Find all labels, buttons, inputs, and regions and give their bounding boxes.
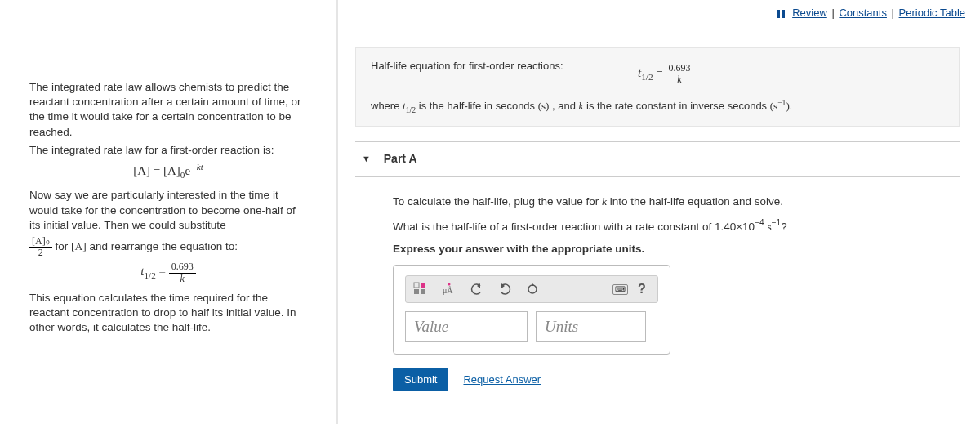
instruction-text: Express your answer with the appropriate… <box>393 243 945 255</box>
intro-text-5: This equation calculates the time requir… <box>29 291 307 336</box>
intro-text-1: The integrated rate law allows chemists … <box>29 80 307 140</box>
svg-rect-5 <box>414 283 419 288</box>
periodic-table-link[interactable]: Periodic Table <box>899 7 965 19</box>
svg-rect-2 <box>414 289 419 294</box>
toolbar-help-group: ⌨ ? <box>612 279 653 300</box>
question-line-1: To calculate the half-life, plug the val… <box>393 195 945 208</box>
top-toolbar: Review | Constants | Periodic Table <box>0 0 980 28</box>
intro-text-3: Now say we are particularly interested i… <box>29 188 307 233</box>
question-panel: Half-life equation for first-order react… <box>355 47 960 399</box>
answer-toolbar: μÅ ⌨ ? <box>405 275 658 303</box>
part-a-header[interactable]: ▼ Part A <box>355 141 960 176</box>
value-input[interactable]: Value <box>405 311 528 342</box>
where-text: where t1/2 is the half-life in seconds (… <box>371 98 944 114</box>
vertical-separator <box>336 0 338 424</box>
units-icon[interactable]: μÅ <box>439 279 460 300</box>
svg-rect-3 <box>421 283 425 288</box>
keyboard-icon[interactable]: ⌨ <box>612 284 628 295</box>
review-icon <box>777 10 786 18</box>
review-link[interactable]: Review <box>792 7 827 19</box>
request-answer-link[interactable]: Request Answer <box>463 373 541 386</box>
constants-link[interactable]: Constants <box>839 7 887 19</box>
redo-icon[interactable] <box>494 279 515 300</box>
answer-box: μÅ ⌨ ? Value Units <box>393 265 670 355</box>
half-life-equation-left: t1/2 = 0.693 k <box>29 261 307 283</box>
intro-text-4: [A]₀ 2 for [A] and rearrange the equatio… <box>29 236 307 258</box>
svg-rect-0 <box>777 10 780 18</box>
svg-rect-1 <box>782 10 785 18</box>
inputs-row: Value Units <box>405 311 658 342</box>
submit-row: Submit Request Answer <box>393 368 945 391</box>
svg-text:μÅ: μÅ <box>443 286 453 295</box>
separator: | <box>890 7 899 19</box>
half-life-equation-right: t1/2 = 0.693 k <box>638 63 693 85</box>
question-line-2: What is the half-life of a first-order r… <box>393 218 945 234</box>
help-button[interactable]: ? <box>631 279 653 300</box>
rate-law-equation: [A] = [A]0e−kt <box>29 161 307 181</box>
svg-rect-4 <box>421 289 425 294</box>
equation-info-box: Half-life equation for first-order react… <box>355 47 960 127</box>
units-input[interactable]: Units <box>536 311 646 342</box>
svg-point-7 <box>448 283 451 286</box>
part-label: Part A <box>384 152 417 165</box>
templates-icon[interactable] <box>411 279 432 300</box>
undo-icon[interactable] <box>466 279 488 300</box>
intro-text-2: The integrated rate law for a first-orde… <box>29 143 307 158</box>
intro-panel: The integrated rate law allows chemists … <box>29 80 307 338</box>
fraction-A0-over-2: [A]₀ 2 <box>29 236 52 258</box>
svg-point-8 <box>528 285 537 293</box>
chevron-down-icon: ▼ <box>362 154 371 163</box>
separator: | <box>830 7 839 19</box>
part-a-body: To calculate the half-life, plug the val… <box>355 176 960 400</box>
submit-button[interactable]: Submit <box>393 368 448 391</box>
reset-icon[interactable] <box>522 279 543 300</box>
